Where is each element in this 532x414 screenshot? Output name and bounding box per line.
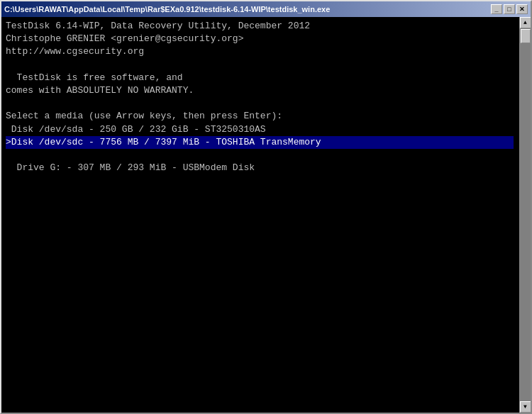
terminal-line-10[interactable]: >Disk /dev/sdc - 7756 MB / 7397 MiB - TO… (6, 136, 514, 149)
close-button[interactable]: ✕ (516, 4, 528, 14)
terminal-line-5: TestDisk is free software, and (6, 72, 183, 83)
terminal-line-4 (6, 60, 11, 70)
terminal-line-7 (6, 98, 11, 108)
scrollbar-thumb[interactable] (521, 29, 531, 43)
title-bar: C:\Users\RAWAT\AppData\Local\Temp\Rar$EX… (1, 1, 531, 17)
scroll-up-arrow[interactable]: ▲ (520, 17, 531, 28)
scroll-down-arrow[interactable]: ▼ (520, 401, 531, 413)
scrollbar[interactable]: ▲ ▼ (519, 17, 531, 413)
terminal-line-9: Disk /dev/sda - 250 GB / 232 GiB - ST325… (6, 124, 266, 135)
title-bar-buttons: _ □ ✕ (491, 4, 528, 14)
terminal-line-1: TestDisk 6.14-WIP, Data Recovery Utility… (6, 21, 310, 31)
terminal-line-8: Select a media (use Arrow keys, then pre… (6, 111, 282, 121)
title-bar-text: C:\Users\RAWAT\AppData\Local\Temp\Rar$EX… (4, 5, 330, 13)
terminal: TestDisk 6.14-WIP, Data Recovery Utility… (1, 17, 531, 413)
minimize-button[interactable]: _ (491, 4, 502, 14)
terminal-line-3: http://www.cgsecurity.org (6, 46, 144, 57)
scrollbar-track[interactable] (520, 28, 531, 401)
terminal-content: TestDisk 6.14-WIP, Data Recovery Utility… (6, 20, 526, 174)
terminal-empty-space (6, 174, 526, 373)
terminal-line-2: Christophe GRENIER <grenier@cgsecurity.o… (6, 33, 243, 44)
terminal-line-6: comes with ABSOLUTELY NO WARRANTY. (6, 85, 194, 96)
window: C:\Users\RAWAT\AppData\Local\Temp\Rar$EX… (0, 0, 532, 414)
terminal-line-11: Drive G: - 307 MB / 293 MiB - USBModem D… (6, 162, 255, 173)
maximize-button[interactable]: □ (504, 4, 515, 14)
